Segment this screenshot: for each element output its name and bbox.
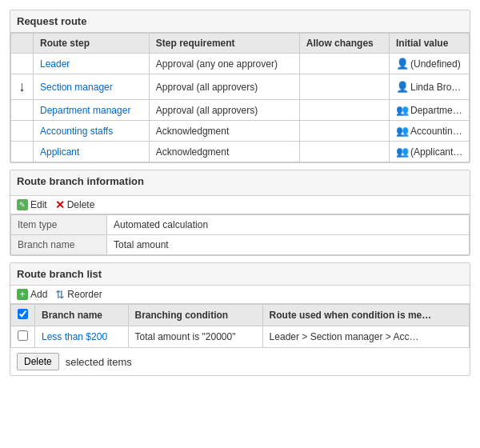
step-requirement-cell: Approval (any one approver) <box>149 54 299 74</box>
info-row: Branch nameTotal amount <box>11 235 470 255</box>
branching-condition-cell: Total amount is "20000" <box>128 326 262 348</box>
branch-info-actions: ✎ Edit ✕ Delete <box>10 196 470 214</box>
group-icon: 👥 <box>396 125 409 137</box>
route-table-row: LeaderApproval (any one approver)👤(Undef… <box>11 54 470 74</box>
route-step-cell: Accounting staffs <box>34 121 150 142</box>
initial-value-text: (Applicant… <box>410 146 462 158</box>
branch-checkbox-cell <box>11 326 35 348</box>
branch-list-table: Branch name Branching condition Route us… <box>10 304 470 348</box>
edit-icon: ✎ <box>17 199 28 210</box>
branch-name-cell: Less than $200 <box>35 326 129 348</box>
allow-changes-cell <box>299 121 389 142</box>
info-row: Item typeAutomated calculation <box>11 215 470 235</box>
step-requirement-cell: Approval (all approvers) <box>149 100 299 121</box>
initial-value-cell: 👥(Applicant… <box>389 142 469 162</box>
edit-button[interactable]: ✎ Edit <box>17 199 47 210</box>
row-arrow-cell <box>11 100 34 121</box>
row-arrow-cell: ↓ <box>11 74 34 100</box>
delete-bar: Delete selected items <box>10 348 470 375</box>
route-table-row: Accounting staffsAcknowledgment👥Accounti… <box>11 121 470 142</box>
info-field-label: Branch name <box>11 235 107 255</box>
col-initial-value: Initial value <box>389 34 469 54</box>
initial-value-text: (Undefined) <box>410 58 461 70</box>
route-step-cell: Leader <box>34 54 150 74</box>
branch-list-title: Route branch list <box>10 263 470 286</box>
initial-value-text: Accountin… <box>410 126 462 137</box>
delete-button[interactable]: ✕ Delete <box>55 198 95 211</box>
row-arrow-cell <box>11 142 34 162</box>
route-step-link[interactable]: Applicant <box>40 146 79 158</box>
col-route-step: Route step <box>34 34 150 54</box>
initial-value-cell: 👤(Undefined) <box>389 54 469 74</box>
add-button[interactable]: + Add <box>17 289 47 300</box>
branch-list-actions: + Add ⇅ Reorder <box>10 286 470 304</box>
route-step-cell: Department manager <box>34 100 150 121</box>
route-table-row: ↓Section managerApproval (all approvers)… <box>11 74 470 100</box>
branch-list-row: Less than $200Total amount is "20000"Lea… <box>11 326 470 348</box>
add-label: Add <box>30 289 47 300</box>
group-icon: 👥 <box>396 104 409 116</box>
person-icon: 👤 <box>396 58 409 70</box>
route-step-link[interactable]: Section manager <box>40 82 113 93</box>
allow-changes-cell <box>299 142 389 162</box>
branch-info-table: Item typeAutomated calculationBranch nam… <box>10 214 470 255</box>
route-step-link[interactable]: Accounting staffs <box>40 126 113 137</box>
initial-value-cell: 👥Accountin… <box>389 121 469 142</box>
allow-changes-cell <box>299 100 389 121</box>
reorder-icon: ⇅ <box>55 288 65 301</box>
allow-changes-cell <box>299 74 389 100</box>
selected-items-label: selected items <box>66 356 132 368</box>
info-field-label: Item type <box>11 215 107 235</box>
route-table: Route step Step requirement Allow change… <box>10 33 470 162</box>
step-requirement-cell: Acknowledgment <box>149 121 299 142</box>
info-field-value: Total amount <box>107 235 470 255</box>
route-step-cell: Applicant <box>34 142 150 162</box>
select-all-checkbox[interactable] <box>18 309 28 319</box>
reorder-button[interactable]: ⇅ Reorder <box>55 288 102 301</box>
route-step-link[interactable]: Department manager <box>40 105 130 116</box>
route-step-link[interactable]: Leader <box>40 58 70 70</box>
branch-checkbox[interactable] <box>18 330 28 341</box>
delete-label: Delete <box>67 199 95 210</box>
add-icon: + <box>17 289 28 300</box>
delete-icon: ✕ <box>55 198 65 211</box>
col-route-used: Route used when condition is me… <box>262 305 469 326</box>
col-checkbox <box>11 305 35 326</box>
initial-value-text: Linda Bro… <box>410 82 461 93</box>
col-branch-name: Branch name <box>35 305 129 326</box>
initial-value-cell: 👤Linda Bro… <box>389 74 469 100</box>
row-arrow-cell <box>11 121 34 142</box>
col-empty <box>11 34 34 54</box>
branch-info-title: Route branch information <box>17 175 463 187</box>
branch-name-link[interactable]: Less than $200 <box>42 331 107 342</box>
page-title: Request route <box>10 10 470 33</box>
route-step-cell: Section manager <box>34 74 150 100</box>
step-requirement-cell: Approval (all approvers) <box>149 74 299 100</box>
delete-selected-button[interactable]: Delete <box>17 353 59 370</box>
group-icon: 👥 <box>396 146 409 158</box>
info-field-value: Automated calculation <box>107 215 470 235</box>
route-table-row: Department managerApproval (all approver… <box>11 100 470 121</box>
col-allow-changes: Allow changes <box>299 34 389 54</box>
allow-changes-cell <box>299 54 389 74</box>
step-requirement-cell: Acknowledgment <box>149 142 299 162</box>
reorder-label: Reorder <box>67 289 102 300</box>
initial-value-text: Departme… <box>410 105 462 116</box>
route-used-cell: Leader > Section manager > Acc… <box>262 326 469 348</box>
down-arrow-icon: ↓ <box>18 78 26 94</box>
person-icon: 👤 <box>396 81 409 93</box>
initial-value-cell: 👥Departme… <box>389 100 469 121</box>
col-step-requirement: Step requirement <box>149 34 299 54</box>
edit-label: Edit <box>30 199 47 210</box>
row-arrow-cell <box>11 54 34 74</box>
route-table-row: ApplicantAcknowledgment👥(Applicant… <box>11 142 470 162</box>
col-branching-condition: Branching condition <box>128 305 262 326</box>
